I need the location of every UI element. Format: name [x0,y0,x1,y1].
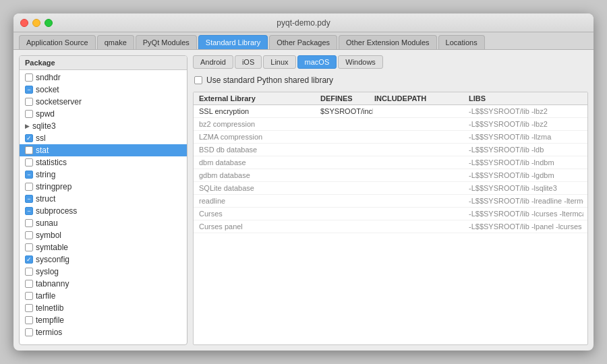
list-item[interactable]: ▶sqlite3 [20,120,187,132]
table-row: Curses panel-L$$SYSROOT/lib -lpanel -lcu… [194,220,587,233]
cell-libs: -L$$SYSROOT/lib -ldb [467,145,583,154]
cell-libs: -L$$SYSROOT/lib -lbz2 [467,107,583,116]
tab-other-extension-modules[interactable]: Other Extension Modules [339,35,437,49]
package-checkbox[interactable]: ✓ [25,255,33,264]
cell-libs: -L$$SYSROOT/lib -lbz2 [467,119,583,129]
package-checkbox[interactable] [25,292,33,300]
col-header-includepath: INCLUDEPATH [373,94,467,102]
cell-external-library: SQLite database [198,183,319,193]
list-item[interactable]: ✓sysconfig [20,253,187,266]
list-item[interactable]: tarfile [20,290,187,302]
tab-pyqt-modules[interactable]: PyQt Modules [136,35,197,49]
panel-header: Package [20,56,187,70]
table-row: LZMA compression-L$$SYSROOT/lib -llzma [194,131,587,144]
list-item[interactable]: termios [20,326,187,338]
list-item[interactable]: syslog [20,266,187,278]
tab-locations[interactable]: Locations [438,35,485,49]
cell-defines [319,209,373,218]
col-header-libs: LIBS [467,94,583,102]
cell-defines [319,196,373,206]
platform-tab-windows[interactable]: Windows [338,55,383,69]
package-checkbox[interactable] [25,268,33,276]
package-checkbox[interactable] [25,280,33,288]
cell-includepath [373,145,467,154]
package-checkbox[interactable]: − [25,207,33,215]
list-item[interactable]: stat [20,144,187,156]
package-checkbox[interactable] [25,231,33,239]
package-checkbox[interactable]: ✓ [25,134,33,142]
cell-includepath [373,183,467,193]
list-item[interactable]: spwd [20,108,187,120]
cell-external-library: SSL encryption [198,107,319,116]
package-checkbox[interactable] [25,110,33,118]
package-checkbox[interactable] [25,304,33,312]
list-item[interactable]: −struct [20,193,187,205]
list-item[interactable]: −socket [20,84,187,96]
platform-tab-macos[interactable]: macOS [297,55,337,69]
cell-includepath [373,171,467,180]
package-label: spwd [36,109,55,119]
col-header-external-library: External Library [198,94,319,102]
package-label: socket [36,85,59,94]
left-panel: Package sndhdr−socketsocketserverspwd▶sq… [19,55,187,345]
shared-lib-label: Use standard Python shared library [206,75,333,85]
package-checkbox[interactable] [25,316,33,324]
cell-libs: -L$$SYSROOT/lib -llzma [467,132,583,142]
list-item[interactable]: symtable [20,241,187,253]
cell-defines: $SYSROOT/include [319,107,373,116]
platform-tab-android[interactable]: Android [193,55,233,69]
cell-libs: -L$$SYSROOT/lib -lpanel -lcurses [467,222,583,231]
list-item[interactable]: tempfile [20,314,187,326]
table-row: BSD db database-L$$SYSROOT/lib -ldb [194,144,587,156]
close-button[interactable] [20,19,28,27]
platform-tab-ios[interactable]: iOS [235,55,262,69]
list-item[interactable]: symbol [20,229,187,241]
tab-app-source[interactable]: Application Source [19,35,96,49]
package-checkbox[interactable] [25,146,33,154]
package-checkbox[interactable] [25,243,33,251]
package-checkbox[interactable]: − [25,171,33,179]
package-checkbox[interactable] [25,183,33,191]
tab-standard-library[interactable]: Standard Library [198,35,268,49]
cell-libs: -L$$SYSROOT/lib -lndbm [467,158,583,167]
cell-external-library: Curses panel [198,222,319,231]
tab-other-packages[interactable]: Other Packages [269,35,337,49]
platform-tab-linux[interactable]: Linux [263,55,295,69]
cell-external-library: Curses [198,209,319,218]
list-item[interactable]: −string [20,169,187,181]
cell-libs: -L$$SYSROOT/lib -lreadline -ltermcap [467,196,583,206]
maximize-button[interactable] [45,19,53,27]
cell-includepath [373,132,467,142]
shared-library-checkbox[interactable] [194,76,202,84]
tab-qmake[interactable]: qmake [97,35,134,49]
package-checkbox[interactable] [25,328,33,336]
package-label: tarfile [36,291,55,301]
package-checkbox[interactable]: − [25,195,33,203]
list-item[interactable]: telnetlib [20,302,187,314]
list-item[interactable]: sndhdr [20,71,187,84]
package-label: sunau [36,218,58,228]
list-item[interactable]: sunau [20,217,187,229]
table-row: Curses-L$$SYSROOT/lib -lcurses -ltermcap [194,208,587,220]
package-checkbox[interactable]: − [25,86,33,94]
cell-libs: -L$$SYSROOT/lib -lsqlite3 [467,183,583,193]
list-item[interactable]: statistics [20,156,187,169]
minimize-button[interactable] [32,19,40,27]
package-label: termios [36,328,62,337]
list-item[interactable]: ✓ssl [20,132,187,144]
cell-defines [319,132,373,142]
package-label: tabnanny [36,279,69,289]
package-checkbox[interactable] [25,158,33,166]
list-item[interactable]: socketserver [20,96,187,108]
cell-defines [319,222,373,231]
package-checkbox[interactable] [25,98,33,106]
list-item[interactable]: −subprocess [20,205,187,217]
package-checkbox[interactable] [25,219,33,227]
shared-lib-row: Use standard Python shared library [193,73,588,88]
list-item[interactable]: tabnanny [20,278,187,290]
package-checkbox[interactable] [25,73,33,82]
package-label: subprocess [36,206,77,216]
list-item[interactable]: stringprep [20,181,187,193]
package-label: ssl [36,133,46,143]
table-header: External Library DEFINES INCLUDEPATH LIB… [194,92,587,105]
